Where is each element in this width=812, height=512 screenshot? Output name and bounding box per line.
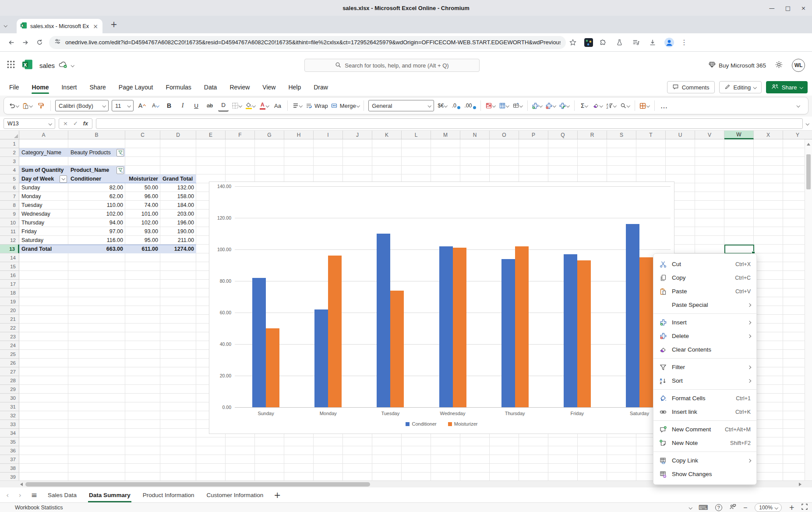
legend-item-conditioner[interactable]: Conditioner: [406, 421, 436, 427]
pivot-value[interactable]: 132.00: [160, 183, 196, 192]
pivot-value[interactable]: 62.00: [68, 192, 125, 201]
more-font-options-button[interactable]: Aa: [272, 100, 283, 112]
shrink-font-button[interactable]: A: [150, 100, 161, 112]
pivot-value[interactable]: 50.00: [125, 183, 160, 192]
reload-icon[interactable]: [32, 36, 46, 50]
embedded-chart[interactable]: 140.00120.00100.0080.0060.0040.0020.000.…: [209, 181, 674, 434]
forward-icon[interactable]: [18, 36, 32, 50]
menu-item-file[interactable]: File: [9, 80, 20, 95]
row-header-7[interactable]: 7: [0, 192, 19, 201]
bar-conditioner-saturday[interactable]: [626, 224, 639, 407]
context-menu-item-insert[interactable]: Insert: [653, 316, 756, 329]
pivot-value[interactable]: 203.00: [160, 210, 196, 218]
account-avatar[interactable]: WL: [792, 59, 805, 72]
row-header-9[interactable]: 9: [0, 210, 19, 218]
insert-cells-button[interactable]: [532, 100, 543, 112]
extension-art-icon[interactable]: [584, 38, 593, 47]
site-settings-icon[interactable]: [54, 38, 61, 46]
menu-item-draw[interactable]: Draw: [313, 80, 328, 95]
grow-font-button[interactable]: A: [137, 100, 147, 112]
pivot-value[interactable]: 94.00: [68, 218, 125, 227]
pivot-grand-total-label[interactable]: Grand Total: [19, 245, 68, 253]
pivot-value[interactable]: 102.00: [125, 218, 160, 227]
clear-button[interactable]: [593, 100, 603, 112]
sheet-views-button[interactable]: [639, 100, 650, 112]
context-menu-item-paste-special[interactable]: Paste Special: [653, 298, 756, 312]
pivot-value[interactable]: 116.00: [68, 236, 125, 245]
context-menu-item-cut[interactable]: CutCtrl+X: [653, 257, 756, 271]
row-header-30[interactable]: 30: [0, 394, 19, 402]
autosum-button[interactable]: Σ: [579, 100, 590, 112]
italic-button[interactable]: I: [177, 100, 188, 112]
bar-conditioner-wednesday[interactable]: [439, 246, 453, 407]
bar-moisturizer-sunday[interactable]: [266, 328, 279, 407]
row-header-28[interactable]: 28: [0, 376, 19, 385]
pivot-day-thursday[interactable]: Thursday: [19, 218, 68, 227]
conditional-formatting-button[interactable]: [485, 100, 496, 112]
title-chevron-icon[interactable]: [71, 64, 74, 67]
fullscreen-icon[interactable]: [801, 504, 808, 511]
menu-item-home[interactable]: Home: [32, 80, 49, 95]
context-menu-item-clear-contents[interactable]: Clear Contents: [653, 343, 756, 356]
tab-close-icon[interactable]: ×: [92, 23, 99, 30]
row-header-26[interactable]: 26: [0, 359, 19, 367]
scroll-up-icon[interactable]: [807, 143, 810, 146]
cancel-entry-icon[interactable]: ×: [63, 120, 68, 127]
row-header-33[interactable]: 33: [0, 420, 19, 429]
context-menu-item-show-changes[interactable]: Show Changes: [653, 467, 756, 481]
feedback-icon[interactable]: [729, 503, 736, 512]
sheet-tab-sales-data[interactable]: Sales Data: [47, 487, 78, 502]
hscroll-thumb[interactable]: [25, 482, 370, 487]
zoom-level-select[interactable]: 100%: [755, 503, 782, 512]
column-header-W[interactable]: W: [724, 131, 754, 139]
pivot-value[interactable]: 74.00: [125, 201, 160, 210]
bar-moisturizer-monday[interactable]: [328, 256, 342, 407]
row-header-15[interactable]: 15: [0, 262, 19, 271]
legend-item-moisturizer[interactable]: Moisturizer: [448, 421, 478, 427]
pivot-col-header-grand-total[interactable]: Grand Total: [160, 174, 196, 183]
row-header-11[interactable]: 11: [0, 227, 19, 236]
pivot-value[interactable]: 184.00: [160, 201, 196, 210]
column-header-Q[interactable]: Q: [548, 131, 578, 139]
context-menu-item-filter[interactable]: Filter: [653, 360, 756, 374]
bar-moisturizer-tuesday[interactable]: [390, 291, 404, 407]
row-header-1[interactable]: 1: [0, 139, 19, 148]
strikethrough-button[interactable]: ab: [205, 100, 215, 112]
pivot-columns-filter-button[interactable]: [117, 167, 124, 174]
maximize-icon[interactable]: □: [785, 5, 791, 11]
pivot-rows-dropdown-button[interactable]: [60, 175, 67, 183]
editing-mode-button[interactable]: Editing: [719, 81, 762, 93]
zoom-in-icon[interactable]: +: [789, 504, 794, 512]
row-header-8[interactable]: 8: [0, 201, 19, 210]
alignment-button[interactable]: [292, 100, 303, 112]
pivot-col-header-conditioner[interactable]: Conditioner: [68, 174, 125, 183]
column-header-I[interactable]: I: [314, 131, 343, 139]
insert-function-icon[interactable]: fx: [83, 121, 88, 127]
row-header-12[interactable]: 12: [0, 236, 19, 245]
row-header-18[interactable]: 18: [0, 288, 19, 297]
pivot-day-sunday[interactable]: Sunday: [19, 183, 68, 192]
selected-cell-W13[interactable]: [724, 245, 754, 254]
row-header-29[interactable]: 29: [0, 385, 19, 394]
pivot-day-tuesday[interactable]: Tuesday: [19, 201, 68, 210]
new-tab-button[interactable]: +: [108, 19, 120, 29]
buy-microsoft-365-button[interactable]: Buy Microsoft 365: [708, 61, 766, 69]
pivot-day-monday[interactable]: Monday: [19, 192, 68, 201]
context-menu-item-new-comment[interactable]: New CommentCtrl+Alt+M: [653, 423, 756, 436]
currency-format-button[interactable]: $€: [437, 100, 448, 112]
pivot-values-label[interactable]: Sum of Quantity: [19, 166, 68, 174]
comments-button[interactable]: Comments: [667, 81, 715, 93]
row-header-24[interactable]: 24: [0, 341, 19, 350]
column-header-C[interactable]: C: [125, 131, 160, 139]
row-header-32[interactable]: 32: [0, 411, 19, 420]
share-button[interactable]: Share: [766, 81, 808, 93]
more-commands-button[interactable]: …: [659, 100, 670, 112]
context-menu-item-paste[interactable]: PasteCtrl+V: [653, 284, 756, 298]
row-header-35[interactable]: 35: [0, 437, 19, 446]
row-header-2[interactable]: 2: [0, 148, 19, 157]
row-header-27[interactable]: 27: [0, 367, 19, 376]
column-header-F[interactable]: F: [226, 131, 255, 139]
vscroll-thumb[interactable]: [806, 154, 811, 189]
select-all-corner[interactable]: [0, 131, 19, 139]
context-menu-item-sort[interactable]: AZSort: [653, 374, 756, 388]
